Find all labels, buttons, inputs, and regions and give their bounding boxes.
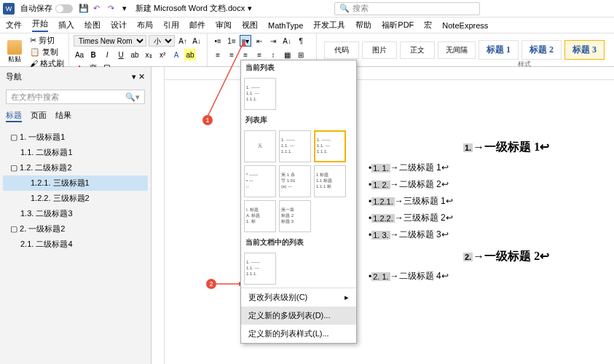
list-preview[interactable]: 1. ——1.1. —1.1.1. (314, 130, 346, 162)
tree-item[interactable]: 1.2.2. 三级标题2 (3, 191, 148, 206)
tab-design[interactable]: 设计 (111, 20, 127, 31)
sort-icon[interactable]: A↓ (281, 35, 293, 47)
define-list-style[interactable]: 定义新的列表样式(L)... (241, 325, 356, 343)
nav-tab-results[interactable]: 结果 (55, 110, 71, 122)
align-right-icon[interactable]: ≡ (240, 49, 251, 60)
tab-foxit[interactable]: 福昕PDF (382, 20, 414, 31)
tree-item[interactable]: ▢ 1.2. 二级标题2 (3, 160, 148, 175)
grow-font-icon[interactable]: A↑ (177, 35, 189, 47)
decrease-indent-icon[interactable]: ⇤ (253, 35, 265, 47)
tab-layout[interactable]: 布局 (137, 20, 153, 31)
superscript-icon[interactable]: x² (157, 49, 168, 60)
redo-icon[interactable]: ↷ (108, 4, 118, 14)
tab-review[interactable]: 审阅 (216, 20, 232, 31)
style-code[interactable]: 代码 (324, 41, 359, 59)
list-none[interactable]: 无 (244, 130, 276, 162)
dd-current-label: 当前列表 (241, 60, 356, 75)
paste-button[interactable]: 粘贴 (4, 39, 25, 66)
font-select[interactable]: Times New Roman (74, 35, 146, 47)
tab-home[interactable]: 开始 (32, 18, 48, 32)
tab-mathtype[interactable]: MathType (268, 21, 303, 30)
tree-item[interactable]: 2.1. 二级标题4 (3, 237, 148, 252)
list-preview[interactable]: 1. ——1.1. —1.1.1. (244, 253, 276, 285)
style-heading1[interactable]: 标题 1 (479, 40, 519, 60)
tab-macro[interactable]: 宏 (424, 20, 432, 31)
tab-draw[interactable]: 绘图 (84, 20, 101, 31)
list-preview[interactable]: 1 标题1.1 标题1.1.1 标 (314, 165, 346, 197)
shrink-font-icon[interactable]: A↓ (191, 35, 202, 47)
tab-mailings[interactable]: 邮件 (189, 20, 205, 31)
multilevel-list-icon[interactable]: ≡▾ (240, 35, 251, 47)
tab-references[interactable]: 引用 (163, 20, 179, 31)
style-normal[interactable]: 正文 (400, 41, 435, 59)
style-nospacing[interactable]: 无间隔 (438, 41, 476, 59)
bullets-icon[interactable]: •≡ (212, 35, 224, 47)
autosave-label: 自动保存 (20, 3, 52, 14)
toggle-switch[interactable] (55, 4, 73, 13)
copy-button[interactable]: 📋 复制 (30, 47, 64, 58)
nav-search-input[interactable]: 在文档中搜索 🔍▾ (6, 90, 145, 104)
cut-button[interactable]: ✂ 剪切 (30, 35, 64, 46)
justify-icon[interactable]: ≡ (253, 49, 265, 60)
list-preview[interactable]: 1. ——1.1. —1.1.1. (244, 78, 276, 110)
list-preview[interactable]: * —— • — ○ (244, 165, 276, 197)
tree-item[interactable]: ▢ 2. 一级标题2 (3, 221, 148, 237)
change-case-icon[interactable]: Aa (74, 49, 85, 60)
search-placeholder: 搜索 (353, 3, 369, 14)
title-dropdown-icon[interactable]: ▾ (248, 4, 252, 13)
underline-icon[interactable]: U (115, 49, 127, 60)
list-preview[interactable]: 第 1 条节 1.01(a) — (279, 165, 311, 197)
tab-file[interactable]: 文件 (6, 20, 22, 31)
shading-icon[interactable]: ▦ (281, 49, 293, 60)
undo-icon[interactable]: ↶ (93, 4, 103, 14)
style-heading3[interactable]: 标题 3 (564, 40, 605, 60)
list-preview[interactable]: 1. ——1.1. —1.1.1. (279, 130, 311, 162)
search-input[interactable]: 🔍 搜索 (334, 2, 480, 15)
nav-header: 导航 ▾ ✕ (0, 67, 151, 87)
tab-help[interactable]: 帮助 (355, 20, 371, 31)
tab-view[interactable]: 视图 (242, 20, 258, 31)
horizontal-ruler (165, 67, 614, 80)
list-preview[interactable]: I. 标题A. 标题1. 标 (244, 200, 276, 232)
align-left-icon[interactable]: ≡ (212, 49, 224, 60)
tab-insert[interactable]: 插入 (58, 20, 74, 31)
align-center-icon[interactable]: ≡ (226, 49, 237, 60)
italic-icon[interactable]: I (101, 49, 113, 60)
bold-icon[interactable]: B (87, 49, 99, 60)
text-effects-icon[interactable]: A (170, 49, 182, 60)
tree-item[interactable]: ▢ 1. 一级标题1 (3, 130, 148, 145)
save-icon[interactable]: 💾 (79, 4, 89, 14)
doc-heading[interactable]: 1.1.→一级标题 1↩→一级标题 1↩ (463, 140, 549, 155)
list-preview[interactable]: 第一章标题 2标题 3 (279, 200, 311, 232)
increase-indent-icon[interactable]: ⇥ (267, 35, 279, 47)
search-icon: 🔍 (339, 4, 350, 13)
doc-heading[interactable]: 2.→一级标题 2↩ (463, 249, 549, 264)
line-spacing-icon[interactable]: ↕ (267, 49, 279, 60)
define-multilevel-list[interactable]: 定义新的多级列表(D)... (241, 306, 356, 325)
numbering-icon[interactable]: 1≡ (226, 35, 237, 47)
document-area[interactable]: 1.1.→一级标题 1↩→一级标题 1↩ 2.→一级标题 2↩ • 1. 1. … (165, 67, 614, 364)
strike-icon[interactable]: ab (129, 49, 141, 60)
borders-icon[interactable]: ⊞ (295, 49, 307, 60)
style-image[interactable]: 图片 (362, 41, 397, 59)
vertical-ruler (151, 67, 165, 364)
nav-tab-headings[interactable]: 标题 (6, 110, 22, 122)
size-select[interactable]: 小四 (149, 35, 175, 47)
show-marks-icon[interactable]: ¶ (295, 35, 307, 47)
tree-item[interactable]: 1.1. 二级标题1 (3, 145, 148, 160)
autosave-toggle[interactable]: 自动保存 (20, 3, 73, 14)
tab-noteexpress[interactable]: NoteExpress (442, 21, 488, 30)
tree-item[interactable]: 1.3. 二级标题3 (3, 206, 148, 221)
change-list-level[interactable]: 更改列表级别(C)▸ (241, 288, 356, 306)
nav-search-icon: 🔍▾ (125, 92, 140, 102)
tree-item[interactable]: 1.2.1. 三级标题1 (3, 175, 148, 191)
nav-dropdown-icon[interactable]: ▾ ✕ (132, 72, 145, 82)
nav-search-placeholder: 在文档中搜索 (11, 92, 59, 103)
qat-dropdown-icon[interactable]: ▾ (122, 4, 127, 13)
tab-developer[interactable]: 开发工具 (313, 20, 345, 31)
highlight-icon[interactable]: ab (184, 49, 196, 60)
nav-tab-pages[interactable]: 页面 (31, 110, 47, 122)
style-heading2[interactable]: 标题 2 (521, 40, 562, 60)
doc-body[interactable]: • 1. 1. →二级标题 1↩ • 1. 2. →二级标题 2↩ • 1.2.… (369, 111, 453, 287)
subscript-icon[interactable]: x₂ (143, 49, 154, 60)
